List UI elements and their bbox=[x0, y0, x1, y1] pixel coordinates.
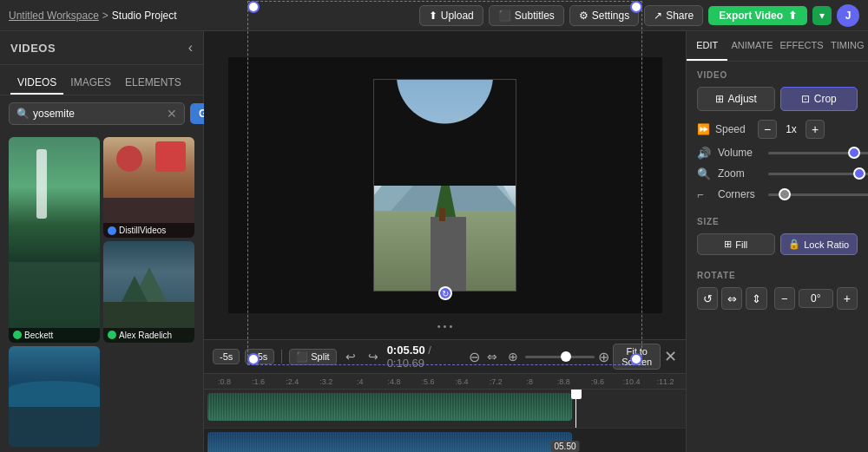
settings-button[interactable]: ⚙ Settings bbox=[569, 5, 639, 26]
thumb-channel: Alex Radelich bbox=[119, 331, 172, 340]
rotate-ccw-button[interactable]: ↺ bbox=[697, 287, 718, 310]
clear-search-button[interactable]: ✕ bbox=[167, 107, 177, 121]
breadcrumb-separator: > bbox=[102, 10, 108, 22]
fill-icon: ⊞ bbox=[724, 239, 732, 250]
media-tabs: VIDEOS IMAGES ELEMENTS bbox=[0, 65, 203, 95]
speed-plus-button[interactable]: + bbox=[806, 120, 825, 139]
expand-button[interactable]: • • • bbox=[437, 319, 453, 332]
list-item[interactable]: DistillVideos bbox=[103, 137, 194, 238]
rotate-minus-button[interactable]: − bbox=[774, 287, 795, 310]
rotate-handle[interactable]: ↻ bbox=[438, 286, 452, 300]
flip-h-button[interactable]: ⇔ bbox=[721, 287, 742, 310]
tab-animate[interactable]: ANIMATE bbox=[727, 31, 776, 61]
edit-tabs: EDIT ANIMATE EFFECTS TIMING bbox=[687, 31, 868, 62]
left-panel: VIDEOS ‹ VIDEOS IMAGES ELEMENTS 🔍 ✕ Go bbox=[0, 31, 204, 452]
zoom-out-button[interactable]: ⊖ bbox=[469, 349, 480, 365]
rotate-plus-button[interactable]: + bbox=[837, 287, 858, 310]
export-dropdown-button[interactable]: ▾ bbox=[812, 6, 832, 25]
playhead-marker bbox=[571, 390, 582, 399]
ruler-mark: :2.4 bbox=[275, 377, 309, 386]
search-box: 🔍 ✕ bbox=[9, 102, 185, 125]
channel-icon bbox=[108, 226, 116, 235]
search-row: 🔍 ✕ Go bbox=[0, 95, 203, 132]
thumb-channel: DistillVideos bbox=[119, 226, 166, 235]
divider bbox=[281, 350, 282, 364]
settings-label: Settings bbox=[592, 10, 629, 22]
export-icon: ⬆ bbox=[788, 10, 797, 22]
handle-top-right[interactable] bbox=[630, 1, 642, 13]
close-timeline-button[interactable]: ✕ bbox=[664, 347, 677, 366]
tab-videos[interactable]: VIDEOS bbox=[10, 72, 63, 95]
thumb-label: DistillVideos bbox=[103, 223, 194, 238]
current-time: 0:05.50 bbox=[387, 344, 425, 357]
lock-ratio-label: Lock Ratio bbox=[804, 239, 849, 250]
ruler-mark: :10.4 bbox=[615, 377, 648, 386]
volume-slider[interactable] bbox=[768, 152, 868, 154]
volume-label: Volume bbox=[718, 147, 761, 159]
tab-effects[interactable]: EFFECTS bbox=[776, 31, 826, 61]
list-item[interactable] bbox=[9, 346, 100, 447]
tab-images[interactable]: IMAGES bbox=[63, 72, 118, 95]
handle-bottom-left[interactable] bbox=[247, 353, 260, 365]
speed-value: 1x bbox=[780, 123, 802, 135]
size-buttons: ⊞ Fill 🔒 Lock Ratio bbox=[697, 233, 858, 255]
video-clip[interactable] bbox=[373, 79, 516, 292]
video-track bbox=[204, 390, 686, 429]
subtitles-icon: ⬛ bbox=[498, 10, 511, 22]
zoom-in-button[interactable]: ⊕ bbox=[598, 349, 609, 365]
speed-minus-button[interactable]: − bbox=[758, 120, 777, 139]
fill-button[interactable]: ⊞ Fill bbox=[697, 233, 775, 255]
crop-label: Crop bbox=[814, 93, 837, 105]
audio-clip[interactable] bbox=[207, 432, 572, 452]
subtitles-button[interactable]: ⬛ Subtitles bbox=[489, 5, 564, 26]
tab-timing[interactable]: TIMING bbox=[827, 31, 868, 61]
list-item[interactable]: Beckett bbox=[9, 137, 100, 343]
split-button[interactable]: ⬛ Split bbox=[289, 349, 336, 365]
lock-ratio-button[interactable]: 🔒 Lock Ratio bbox=[780, 233, 858, 255]
ruler-mark: :5.6 bbox=[411, 377, 444, 386]
magnet-button[interactable]: ⊕ bbox=[504, 348, 522, 365]
flip-v-button[interactable]: ⇕ bbox=[746, 287, 766, 310]
search-input[interactable] bbox=[33, 108, 163, 120]
handle-bottom-right[interactable] bbox=[630, 353, 642, 365]
adjust-button[interactable]: ⊞ Adjust bbox=[697, 87, 775, 111]
snap-button[interactable]: ⇔ bbox=[483, 348, 501, 365]
section-label-rotate: ROTATE bbox=[697, 271, 858, 280]
speed-label: Speed bbox=[715, 123, 754, 135]
export-button[interactable]: Export Video ⬆ bbox=[708, 6, 807, 25]
clip[interactable] bbox=[207, 393, 572, 421]
corners-slider[interactable] bbox=[768, 193, 868, 196]
minus5-button[interactable]: -5s bbox=[213, 349, 240, 364]
canvas-area: ↻ • • • bbox=[204, 31, 686, 339]
undo-button[interactable]: ↩ bbox=[342, 348, 359, 365]
redo-button[interactable]: ↪ bbox=[365, 348, 382, 365]
ruler-mark: :8.8 bbox=[547, 377, 581, 386]
handle-top-left[interactable] bbox=[247, 1, 260, 13]
share-label: Share bbox=[666, 10, 694, 22]
playhead[interactable] bbox=[575, 390, 576, 428]
upload-button[interactable]: ⬆ Upload bbox=[419, 5, 483, 26]
collapse-button[interactable]: ‹ bbox=[188, 40, 193, 56]
ruler-marks: :0.8 :1.6 :2.4 :3.2 :4 :4.8 :5.6 :6.4 :7… bbox=[207, 377, 682, 386]
zoom-controls: ⊖ ⇔ ⊕ ⊕ Fit to Screen ✕ bbox=[469, 344, 677, 370]
channel-icon bbox=[13, 331, 22, 339]
corners-slider-wrap bbox=[768, 193, 868, 196]
upload-label: Upload bbox=[441, 10, 474, 22]
selected-clip: ↻ bbox=[373, 79, 516, 292]
crop-icon: ⊡ bbox=[801, 93, 810, 105]
total-time: 0:10.69 bbox=[387, 357, 424, 370]
video-section: VIDEO ⊞ Adjust ⊡ Crop ⏩ Speed − 1x + bbox=[687, 62, 868, 217]
ruler-mark: :4.8 bbox=[377, 377, 411, 386]
tab-elements[interactable]: ELEMENTS bbox=[118, 72, 188, 95]
list-item[interactable]: Alex Radelich bbox=[103, 241, 194, 342]
breadcrumb-link[interactable]: Untitled Workspace bbox=[9, 10, 99, 22]
fill-label: Fill bbox=[735, 239, 747, 250]
subtitles-label: Subtitles bbox=[515, 10, 555, 22]
time-display: 0:05.50 / 0:10.69 bbox=[387, 344, 464, 370]
share-button[interactable]: ↗ Share bbox=[644, 5, 703, 26]
crop-button[interactable]: ⊡ Crop bbox=[780, 87, 858, 111]
zoom-slider[interactable] bbox=[525, 356, 595, 358]
ruler-mark: :3.2 bbox=[309, 377, 343, 386]
tab-edit[interactable]: EDIT bbox=[687, 31, 727, 61]
zoom-slider[interactable] bbox=[768, 173, 868, 175]
